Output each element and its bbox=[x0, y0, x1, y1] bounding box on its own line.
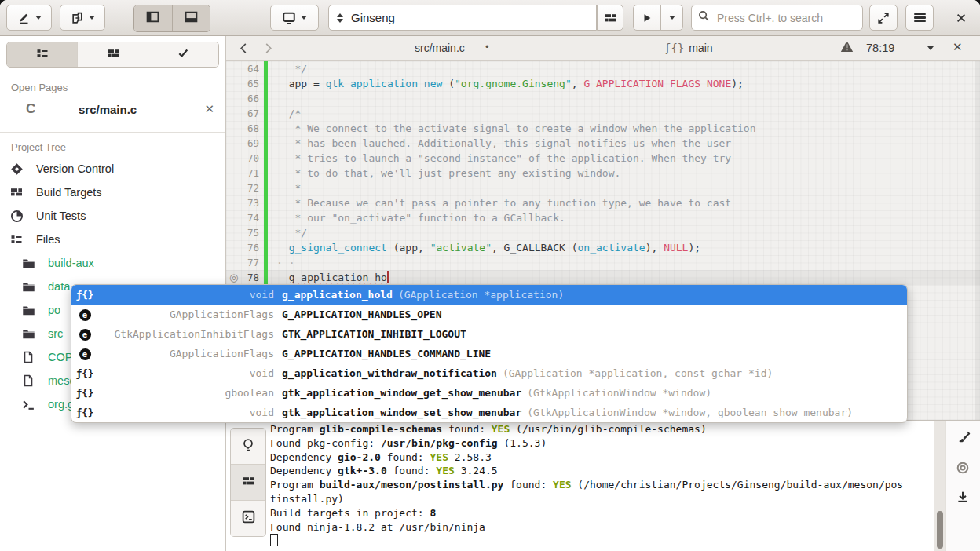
edit-pen-dropdown-button[interactable] bbox=[6, 5, 52, 31]
completion-row-GTK_APPLICATION_INHIBIT_LOGOUT[interactable]: eGtkApplicationInhibitFlagsGTK_APPLICATI… bbox=[71, 324, 907, 344]
run-options-dropdown-button[interactable] bbox=[660, 5, 683, 31]
tab-open-pages[interactable] bbox=[7, 42, 77, 67]
toggle-left-panel-button[interactable] bbox=[134, 5, 172, 31]
code-line-68[interactable]: 68 * We connect to the activate signal t… bbox=[226, 121, 980, 136]
tree-item-version-control[interactable]: Version Control bbox=[0, 158, 225, 181]
line-number: 66 bbox=[226, 91, 259, 106]
console-scrollbar-thumb[interactable] bbox=[937, 511, 943, 549]
cursor-position: 78:19 bbox=[866, 42, 894, 54]
code-line-76[interactable]: 76 g_signal_connect (app, "activate", G_… bbox=[226, 240, 980, 255]
code-line-66[interactable]: 66 bbox=[226, 91, 980, 106]
completion-name: G_APPLICATION_HANDLES_OPEN bbox=[282, 308, 442, 320]
omnibar-project-title[interactable]: Ginseng bbox=[328, 5, 597, 31]
completion-return-type: GApplicationFlags bbox=[98, 308, 274, 320]
line-number: 73 bbox=[226, 195, 259, 210]
build-bricks-icon bbox=[107, 47, 119, 63]
function-icon: ƒ{} bbox=[71, 367, 98, 379]
editor-header: src/main.c • ƒ{}main 78:19 ✕ bbox=[226, 36, 980, 61]
line-number: 70 bbox=[226, 151, 259, 166]
tree-item-build-aux[interactable]: build-aux bbox=[0, 252, 225, 276]
code-line-71[interactable]: 71 * to do that, we'll just present any … bbox=[226, 166, 980, 181]
tree-item-label: build-aux bbox=[48, 257, 94, 269]
code-line-67[interactable]: 67 /* bbox=[226, 106, 980, 121]
line-number: 64 bbox=[226, 61, 259, 76]
diagnostics-warning-icon[interactable] bbox=[840, 40, 854, 56]
code-line-77[interactable]: 77· · bbox=[226, 255, 980, 270]
code-text: * our "on_activate" function to a GCallb… bbox=[276, 210, 565, 225]
c-language-icon: C bbox=[26, 101, 35, 117]
code-line-69[interactable]: 69 * has been lauched. Additionally, thi… bbox=[226, 136, 980, 151]
chevron-down-icon[interactable] bbox=[927, 46, 934, 50]
close-icon bbox=[956, 13, 967, 24]
completion-row-g_application_withdraw_notification[interactable]: ƒ{}voidg_application_withdraw_notificati… bbox=[71, 363, 907, 383]
code-line-73[interactable]: 73 * Because we can't pass a pointer to … bbox=[226, 195, 980, 210]
code-line-78[interactable]: ◎78 g_application_ho bbox=[226, 270, 980, 285]
forward-button[interactable] bbox=[259, 38, 278, 57]
menu-button[interactable] bbox=[905, 5, 934, 31]
code-line-75[interactable]: 75 */ bbox=[226, 225, 980, 240]
completion-row-gtk_application_window_set_show_menubar[interactable]: ƒ{}voidgtk_application_window_set_show_m… bbox=[71, 403, 907, 422]
code-text: g_application_ho bbox=[276, 270, 389, 285]
build-button[interactable] bbox=[597, 5, 623, 31]
record-target-icon[interactable] bbox=[956, 461, 971, 476]
function-icon: ƒ{} bbox=[71, 289, 98, 301]
console-line: Dependency gio-2.0 found: YES 2.58.3 bbox=[270, 451, 933, 465]
diff-added-bar bbox=[264, 225, 268, 240]
completion-return-type: GApplicationFlags bbox=[98, 348, 274, 359]
code-line-65[interactable]: 65 app = gtk_application_new ("org.gnome… bbox=[226, 76, 980, 91]
pages-list-icon bbox=[36, 47, 49, 63]
code-line-70[interactable]: 70 * tries to launch a "second instance"… bbox=[226, 151, 980, 166]
text-cursor bbox=[387, 271, 389, 283]
close-icon[interactable]: ✕ bbox=[204, 102, 214, 116]
current-symbol[interactable]: ƒ{}main bbox=[664, 42, 713, 54]
window-close-button[interactable] bbox=[947, 5, 975, 31]
tab-messages[interactable] bbox=[231, 429, 265, 464]
tree-item-files[interactable]: Files bbox=[0, 228, 225, 252]
diff-added-bar bbox=[264, 106, 268, 121]
updown-icon bbox=[337, 13, 343, 23]
completion-row-g_application_hold[interactable]: ƒ{}voidg_application_hold(GApplication *… bbox=[71, 285, 907, 305]
tree-item-label: Build Targets bbox=[36, 186, 102, 199]
console-scrollbar-track[interactable] bbox=[934, 421, 945, 551]
diff-added-bar bbox=[264, 76, 268, 91]
expand-icon bbox=[877, 12, 890, 24]
code-line-74[interactable]: 74 * our "on_activate" function to a GCa… bbox=[226, 210, 980, 225]
code-line-72[interactable]: 72 * bbox=[226, 181, 980, 195]
tab-terminal[interactable] bbox=[231, 500, 265, 536]
tab-unit-tests[interactable] bbox=[148, 42, 218, 67]
completion-row-G_APPLICATION_HANDLES_COMMAND_LINE[interactable]: eGApplicationFlagsG_APPLICATION_HANDLES_… bbox=[71, 344, 907, 363]
tab-build-targets[interactable] bbox=[77, 42, 148, 67]
device-dropdown-button[interactable] bbox=[270, 5, 319, 31]
run-button[interactable] bbox=[633, 5, 661, 31]
console-line: Program glib-compile-schemas found: YES … bbox=[270, 422, 933, 436]
tree-item-build-targets[interactable]: Build Targets bbox=[0, 181, 225, 205]
editor-file-name[interactable]: src/main.c bbox=[415, 42, 465, 54]
chevron-left-icon bbox=[239, 43, 248, 53]
download-icon[interactable] bbox=[956, 491, 971, 505]
completion-row-G_APPLICATION_HANDLES_OPEN[interactable]: eGApplicationFlagsG_APPLICATION_HANDLES_… bbox=[71, 305, 907, 324]
toggle-bottom-panel-button[interactable] bbox=[172, 5, 210, 31]
line-number: 76 bbox=[226, 240, 259, 255]
tab-build-output[interactable] bbox=[231, 464, 265, 500]
function-symbol-icon: ƒ{} bbox=[664, 42, 684, 54]
console-line: Build targets in project: 8 bbox=[270, 506, 933, 520]
code-line-64[interactable]: 64 */ bbox=[226, 61, 980, 76]
search-input[interactable] bbox=[715, 11, 861, 25]
bottom-panel: Program glib-compile-schemas found: YES … bbox=[226, 420, 980, 551]
brush-pen-icon[interactable] bbox=[956, 431, 971, 446]
completion-row-gtk_application_window_get_show_menubar[interactable]: ƒ{}gbooleangtk_application_window_get_sh… bbox=[71, 383, 907, 403]
editor-close-button[interactable]: ✕ bbox=[953, 40, 963, 54]
modified-dot: • bbox=[485, 41, 489, 53]
export-dropdown-button[interactable] bbox=[60, 5, 105, 31]
folder-icon bbox=[22, 257, 35, 270]
diff-added-bar bbox=[264, 61, 268, 76]
open-page-item[interactable]: C src/main.c ✕ bbox=[0, 99, 225, 122]
console-cursor-line bbox=[270, 534, 933, 549]
back-button[interactable] bbox=[234, 38, 253, 57]
tree-item-unit-tests[interactable]: Unit Tests bbox=[0, 205, 225, 228]
line-number: 74 bbox=[226, 210, 259, 225]
build-output-console[interactable]: Program glib-compile-schemas found: YES … bbox=[270, 422, 933, 551]
line-number: 71 bbox=[226, 166, 259, 181]
fullscreen-button[interactable] bbox=[869, 5, 898, 31]
diff-added-bar bbox=[264, 270, 268, 285]
